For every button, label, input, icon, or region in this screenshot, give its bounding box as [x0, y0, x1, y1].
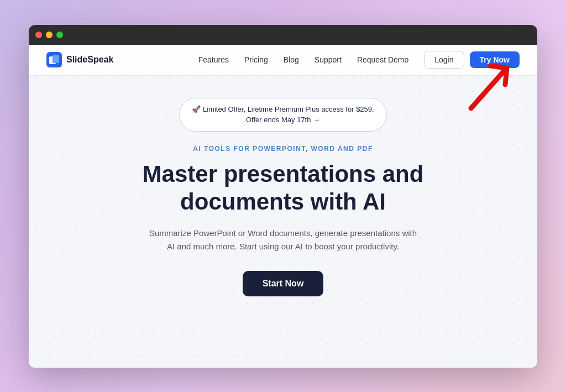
nav-pricing[interactable]: Pricing	[244, 55, 268, 64]
offer-banner[interactable]: 🚀 Limited Offer, Lifetime Premium Plus a…	[179, 98, 386, 132]
subtitle-label: AI TOOLS FOR POWERPOINT, WORD AND PDF	[193, 145, 373, 153]
nav-blog[interactable]: Blog	[284, 55, 299, 64]
dot-close[interactable]	[35, 32, 42, 38]
nav-features[interactable]: Features	[198, 55, 229, 64]
try-now-button[interactable]: Try Now	[470, 51, 520, 68]
headline-line2: documents with AI	[180, 189, 386, 215]
dot-maximize[interactable]	[56, 32, 63, 38]
headline: Master presentations and documents with …	[143, 160, 424, 216]
logo-icon	[46, 52, 62, 67]
browser-window: SlideSpeak Features Pricing Blog Support…	[29, 25, 537, 368]
logo-area: SlideSpeak	[46, 52, 113, 67]
navbar: SlideSpeak Features Pricing Blog Support…	[29, 45, 537, 76]
headline-line1: Master presentations and	[143, 161, 424, 187]
browser-titlebar	[29, 25, 537, 45]
login-button[interactable]: Login	[424, 51, 464, 69]
offer-text-line2: Offer ends May 17th →	[246, 116, 320, 124]
dot-minimize[interactable]	[46, 32, 53, 38]
browser-dots	[35, 32, 63, 38]
nav-request-demo[interactable]: Request Demo	[357, 55, 408, 64]
hero-description: Summarize PowerPoint or Word documents, …	[145, 227, 421, 253]
start-now-button[interactable]: Start Now	[243, 271, 324, 296]
page-content: SlideSpeak Features Pricing Blog Support…	[29, 45, 537, 368]
offer-text-line1: 🚀 Limited Offer, Lifetime Premium Plus a…	[192, 105, 374, 113]
logo-text: SlideSpeak	[66, 55, 113, 65]
nav-links: Features Pricing Blog Support Request De…	[198, 55, 409, 64]
hero-section: 🚀 Limited Offer, Lifetime Premium Plus a…	[29, 76, 537, 297]
nav-support[interactable]: Support	[315, 55, 342, 64]
nav-buttons: Login Try Now	[424, 51, 520, 69]
svg-rect-2	[53, 55, 59, 63]
